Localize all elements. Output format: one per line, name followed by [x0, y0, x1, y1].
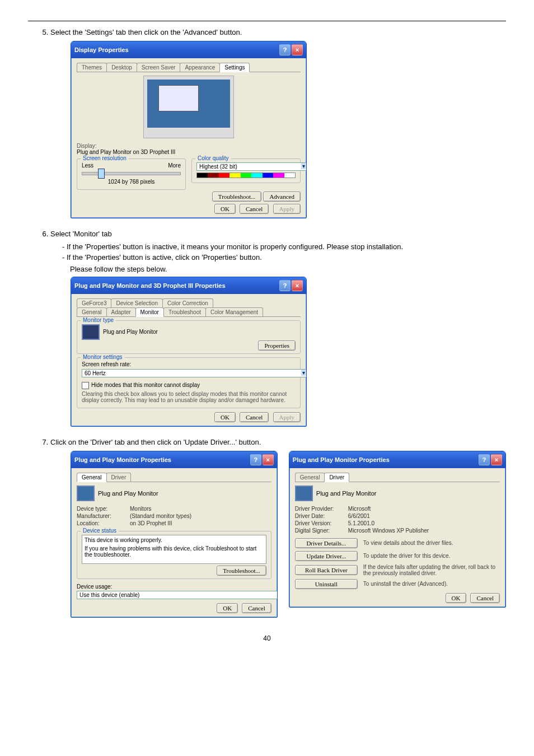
help-icon[interactable]: ?: [250, 454, 261, 465]
hide-modes-checkbox[interactable]: [82, 382, 89, 389]
monitor-preview: [143, 76, 234, 138]
location-value: on 3D Prophet III: [130, 520, 172, 526]
pnp-monitor-properties-general: Plug and Play Monitor Properties ? × Gen…: [71, 451, 278, 618]
hide-modes-explain: Clearing this check box allows you to se…: [82, 391, 296, 403]
manufacturer-value: (Standard monitor types): [130, 513, 191, 519]
driver-provider-label: Driver Provider:: [295, 506, 348, 512]
resolution-slider[interactable]: [82, 172, 181, 175]
device-usage-label: Device usage:: [77, 584, 271, 590]
cancel-button[interactable]: Cancel: [240, 204, 269, 214]
step-6-sub-a: If the 'Properties' button is inactive, …: [70, 242, 506, 251]
page-top-rule: [28, 21, 506, 21]
driver-provider-value: Microsoft: [348, 506, 371, 512]
device-usage-dropdown[interactable]: Use this device (enable): [77, 591, 278, 599]
tab-settings[interactable]: Settings: [219, 63, 250, 72]
driver-date-value: 6/6/2001: [348, 513, 370, 519]
tab-color-correction[interactable]: Color Correction: [162, 298, 213, 307]
apply-button[interactable]: Apply: [273, 204, 301, 214]
tab-monitor[interactable]: Monitor: [135, 307, 164, 317]
page-number: 40: [28, 634, 506, 642]
close-icon[interactable]: ×: [292, 280, 303, 291]
tab-device-selection[interactable]: Device Selection: [111, 298, 162, 307]
driver-version-value: 5.1.2001.0: [348, 520, 374, 526]
cancel-button[interactable]: Cancel: [242, 603, 271, 613]
step-7-text: Click on the 'Driver' tab and then click…: [50, 438, 506, 446]
tab-color-management[interactable]: Color Management: [205, 307, 263, 316]
screen-resolution-title: Screen resolution: [81, 155, 129, 161]
pnp-monitor-properties-driver: Plug and Play Monitor Properties ? × Gen…: [289, 451, 506, 608]
tab-general[interactable]: General: [77, 473, 107, 482]
cancel-button[interactable]: Cancel: [470, 593, 500, 603]
tab-driver[interactable]: Driver: [106, 473, 132, 482]
troubleshoot-button[interactable]: Troubleshoot...: [212, 192, 262, 202]
help-icon[interactable]: ?: [279, 280, 291, 291]
tab-general[interactable]: General: [295, 473, 325, 482]
monitor-icon: [295, 486, 313, 501]
tab-general[interactable]: General: [77, 307, 107, 316]
uninstall-desc: To uninstall the driver (Advanced).: [363, 581, 500, 587]
properties-button[interactable]: Properties: [258, 340, 296, 351]
advanced-button[interactable]: Advanced: [263, 192, 301, 202]
display-label: Display:: [77, 143, 301, 149]
device-name: Plug and Play Monitor: [316, 490, 377, 497]
resolution-value: 1024 by 768 pixels: [82, 179, 181, 185]
driver-date-label: Driver Date:: [295, 513, 348, 519]
help-icon[interactable]: ?: [279, 44, 291, 55]
close-icon[interactable]: ×: [491, 454, 502, 465]
tab-driver[interactable]: Driver: [324, 473, 349, 482]
tab-geforce3[interactable]: GeForce3: [77, 298, 111, 307]
tab-themes[interactable]: Themes: [77, 63, 107, 72]
roll-back-driver-button[interactable]: Roll Back Driver: [295, 565, 358, 575]
uninstall-button[interactable]: Uninstall: [295, 579, 358, 589]
tab-troubleshoot[interactable]: Troubleshoot: [163, 307, 206, 316]
update-driver-button[interactable]: Update Driver...: [295, 551, 358, 561]
window-title: Plug and Play Monitor Properties: [74, 456, 171, 463]
res-less-label: Less: [82, 162, 93, 169]
update-driver-desc: To update the driver for this device.: [363, 553, 500, 559]
step-6-sub-b: If the 'Properties' button is active, cl…: [70, 253, 506, 262]
close-icon[interactable]: ×: [263, 454, 274, 465]
device-type-value: Monitors: [130, 506, 151, 512]
help-icon[interactable]: ?: [479, 454, 490, 465]
driver-version-label: Driver Version:: [295, 520, 348, 526]
refresh-rate-dropdown[interactable]: 60 Hertz: [82, 369, 307, 377]
step-6-follow: Please follow the steps below.: [70, 265, 506, 273]
monitor-type-title: Monitor type: [81, 317, 116, 323]
window-title: Plug and Play Monitor Properties: [293, 456, 390, 463]
close-icon[interactable]: ×: [292, 44, 303, 55]
display-properties-tabs: Themes Desktop Screen Saver Appearance S…: [77, 63, 301, 72]
res-more-label: More: [168, 162, 181, 169]
apply-button[interactable]: Apply: [273, 412, 301, 422]
monitor-settings-title: Monitor settings: [81, 354, 125, 360]
device-type-label: Device type:: [77, 506, 130, 512]
manufacturer-label: Manufacturer:: [77, 513, 130, 519]
device-name: Plug and Play Monitor: [98, 490, 158, 497]
color-quality-title: Color quality: [195, 155, 231, 161]
refresh-rate-label: Screen refresh rate:: [82, 361, 296, 367]
monitor-icon: [77, 486, 95, 501]
tab-adapter[interactable]: Adapter: [106, 307, 136, 316]
color-swatches: [196, 172, 296, 178]
tab-desktop[interactable]: Desktop: [106, 63, 137, 72]
color-quality-dropdown[interactable]: Highest (32 bit): [196, 162, 307, 171]
ok-button[interactable]: OK: [214, 204, 236, 214]
location-label: Location:: [77, 520, 130, 526]
hide-modes-label: Hide modes that this monitor cannot disp…: [91, 382, 200, 388]
display-properties-title: Display Properties: [74, 46, 129, 53]
tab-screen-saver[interactable]: Screen Saver: [137, 63, 181, 72]
device-status-text: This device is working properly. If you …: [82, 535, 266, 564]
step-5-text: Select the 'Settings' tab then click on …: [50, 28, 506, 36]
digital-signer-label: Digital Signer:: [295, 528, 348, 534]
cancel-button[interactable]: Cancel: [240, 412, 269, 422]
ok-button[interactable]: OK: [446, 593, 467, 603]
tab-appearance[interactable]: Appearance: [180, 63, 220, 72]
ok-button[interactable]: OK: [214, 412, 236, 422]
troubleshoot-button[interactable]: Troubleshoot...: [217, 566, 266, 576]
ok-button[interactable]: OK: [217, 603, 238, 613]
roll-back-driver-desc: If the device fails after updating the d…: [363, 564, 500, 576]
monitor-type-name: Plug and Play Monitor: [103, 328, 158, 334]
display-properties-window: Display Properties ? × Themes Desktop Sc…: [71, 41, 307, 218]
step-6-text: Select 'Monitor' tab: [50, 230, 506, 238]
driver-details-button[interactable]: Driver Details...: [295, 538, 358, 548]
monitor-icon: [82, 324, 100, 340]
